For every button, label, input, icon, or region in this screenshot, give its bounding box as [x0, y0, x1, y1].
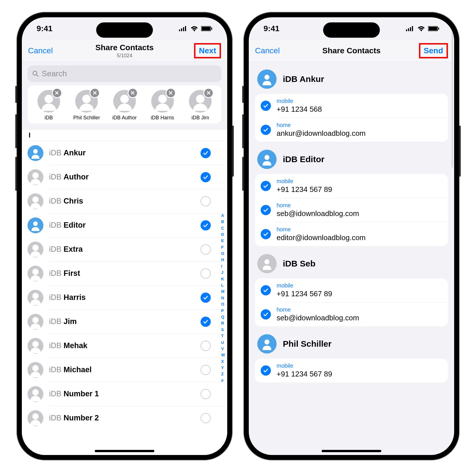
index-letter[interactable]: O	[221, 301, 225, 307]
contact-row[interactable]: iDB Michael	[22, 358, 227, 382]
contact-card: mobile+91 1234 567 89homeseb@idownloadbl…	[255, 174, 448, 246]
contact-field[interactable]: mobile+91 1234 567 89	[255, 278, 448, 302]
index-letter[interactable]: H	[221, 257, 225, 263]
contact-name: iDB Extra	[43, 245, 201, 254]
index-letter[interactable]: I	[221, 263, 225, 269]
contact-name: iDB Michael	[43, 365, 201, 374]
index-letter[interactable]: V	[221, 346, 225, 352]
index-letter[interactable]: N	[221, 295, 225, 301]
search-input[interactable]: Search	[28, 65, 222, 82]
index-letter[interactable]: K	[221, 276, 225, 282]
index-letter[interactable]: T	[221, 333, 225, 339]
index-letter[interactable]: U	[221, 339, 225, 346]
selection-checkmark-icon[interactable]	[201, 341, 211, 351]
index-letter[interactable]: G	[221, 250, 225, 257]
contact-list[interactable]: iDB Ankur iDB Author iDB Chris iDB Edito…	[22, 141, 227, 455]
selection-checkmark-icon[interactable]	[201, 268, 211, 279]
field-checkmark-icon[interactable]	[261, 365, 271, 376]
index-letter[interactable]: F	[221, 244, 225, 250]
index-letter[interactable]: A	[221, 212, 225, 219]
selection-checkmark-icon[interactable]	[201, 389, 211, 399]
index-letter[interactable]: Y	[221, 365, 225, 371]
alphabet-index[interactable]: ABCDEFGHIJKLMNOPQRSTUVWXYZ#	[220, 141, 227, 455]
index-letter[interactable]: M	[221, 288, 225, 295]
index-letter[interactable]: Q	[221, 314, 225, 320]
contact-row[interactable]: iDB Jim	[22, 310, 227, 334]
contact-field[interactable]: homeankur@idownloadblog.com	[255, 118, 448, 142]
contact-row[interactable]: iDB Ankur	[22, 141, 227, 165]
remove-chip-icon[interactable]: ✕	[204, 89, 213, 97]
field-checkmark-icon[interactable]	[261, 101, 271, 111]
contact-field[interactable]: mobile+91 1234 567 89	[255, 359, 448, 382]
field-checkmark-icon[interactable]	[261, 181, 271, 191]
field-checkmark-icon[interactable]	[261, 205, 271, 215]
index-letter[interactable]: J	[221, 269, 225, 276]
svg-rect-14	[412, 26, 413, 31]
remove-chip-icon[interactable]: ✕	[90, 89, 99, 97]
field-value: +91 1234 568	[277, 105, 322, 114]
svg-point-19	[264, 155, 269, 160]
remove-chip-icon[interactable]: ✕	[53, 89, 61, 97]
contact-card: mobile+91 1234 568homeankur@idownloadblo…	[255, 94, 448, 142]
home-indicator[interactable]	[322, 450, 381, 452]
avatar-icon	[257, 334, 277, 354]
scrollbar[interactable]	[452, 62, 453, 168]
field-label: mobile	[277, 363, 332, 369]
selection-checkmark-icon[interactable]	[201, 413, 211, 423]
selection-checkmark-icon[interactable]	[201, 196, 211, 206]
remove-chip-icon[interactable]: ✕	[129, 89, 137, 97]
contact-row[interactable]: iDB Number 2	[22, 406, 227, 430]
contact-row[interactable]: iDB Editor	[22, 213, 227, 237]
selection-checkmark-icon[interactable]	[201, 172, 211, 182]
index-letter[interactable]: C	[221, 225, 225, 231]
selection-checkmark-icon[interactable]	[201, 148, 211, 158]
index-letter[interactable]: E	[221, 238, 225, 244]
contact-field[interactable]: homeeditor@idownloadblog.com	[255, 222, 448, 246]
field-checkmark-icon[interactable]	[261, 285, 271, 295]
contact-review-list[interactable]: iDB Ankurmobile+91 1234 568homeankur@ido…	[249, 62, 454, 455]
avatar-icon	[28, 193, 43, 209]
home-indicator[interactable]	[95, 450, 154, 452]
contact-row[interactable]: iDB Mehak	[22, 334, 227, 358]
contact-row[interactable]: iDB Author	[22, 165, 227, 189]
field-value: editor@idownloadblog.com	[277, 233, 366, 242]
index-letter[interactable]: B	[221, 219, 225, 225]
cancel-button[interactable]: Cancel	[28, 46, 53, 55]
contact-row[interactable]: iDB Number 1	[22, 382, 227, 406]
chip-label: iDB Author	[109, 115, 140, 121]
index-letter[interactable]: L	[221, 282, 225, 288]
index-letter[interactable]: W	[221, 352, 225, 358]
selection-checkmark-icon[interactable]	[201, 365, 211, 375]
contact-field[interactable]: mobile+91 1234 567 89	[255, 174, 448, 198]
field-checkmark-icon[interactable]	[261, 229, 271, 239]
contact-row[interactable]: iDB Harris	[22, 286, 227, 310]
cancel-button[interactable]: Cancel	[255, 46, 280, 55]
contact-field[interactable]: homeseb@idownloadblog.com	[255, 302, 448, 326]
selection-checkmark-icon[interactable]	[201, 220, 211, 230]
index-letter[interactable]: X	[221, 358, 225, 365]
dynamic-island	[323, 22, 380, 38]
contact-row[interactable]: iDB First	[22, 262, 227, 285]
index-letter[interactable]: Z	[221, 371, 225, 377]
index-letter[interactable]: R	[221, 320, 225, 326]
contact-field[interactable]: mobile+91 1234 568	[255, 94, 448, 118]
index-letter[interactable]: D	[221, 231, 225, 238]
contact-field[interactable]: homeseb@idownloadblog.com	[255, 198, 448, 222]
next-button[interactable]: Next	[194, 43, 221, 58]
svg-rect-5	[202, 27, 210, 31]
field-checkmark-icon[interactable]	[261, 125, 271, 135]
field-checkmark-icon[interactable]	[261, 309, 271, 319]
index-letter[interactable]: P	[221, 308, 225, 314]
send-button[interactable]: Send	[419, 43, 448, 58]
contact-row[interactable]: iDB Chris	[22, 189, 227, 213]
remove-chip-icon[interactable]: ✕	[167, 89, 175, 97]
selection-checkmark-icon[interactable]	[201, 317, 211, 327]
contact-row[interactable]: iDB Extra	[22, 238, 227, 261]
selection-checkmark-icon[interactable]	[201, 244, 211, 255]
svg-rect-12	[408, 28, 409, 31]
svg-rect-17	[438, 27, 439, 30]
contact-header: iDB Seb	[249, 250, 454, 278]
index-letter[interactable]: S	[221, 327, 225, 333]
selection-checkmark-icon[interactable]	[201, 293, 211, 303]
index-letter[interactable]: #	[221, 377, 225, 384]
